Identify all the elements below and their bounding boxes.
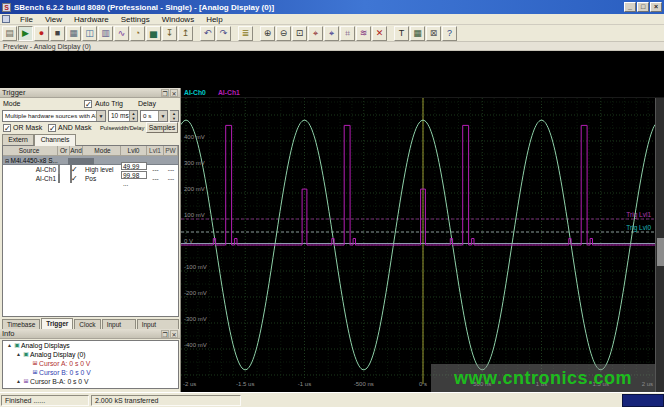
start-preview-icon[interactable]: ▶ <box>18 26 33 41</box>
expand-arrow-icon[interactable]: ▲ <box>6 341 13 350</box>
spinner-icon[interactable]: ▲▼ <box>129 111 137 121</box>
chevron-down-icon[interactable]: ▼ <box>158 111 167 121</box>
hardware-card-icon[interactable]: ▦ <box>66 26 81 41</box>
undo-icon[interactable]: ↶ <box>200 26 215 41</box>
samples-button[interactable]: Samples <box>146 122 178 133</box>
maximize-button[interactable]: □ <box>637 2 649 12</box>
minimize-button[interactable]: _ <box>624 2 636 12</box>
auto-trig-checkbox[interactable] <box>84 100 92 108</box>
grid-layout-icon[interactable]: ▦ <box>410 26 425 41</box>
tab-clock[interactable]: Clock <box>74 319 100 329</box>
tab-input-channels[interactable]: Input Channels <box>137 319 179 329</box>
trigger-panel: Trigger ❐ ✕ Mode Auto Trig Delay Multipl… <box>0 88 181 318</box>
expand-arrow-icon[interactable]: ▲ <box>15 350 22 359</box>
delay-stepper[interactable]: ▲▼ <box>170 110 179 122</box>
new-project-icon[interactable]: ▤ <box>2 26 17 41</box>
chevron-down-icon[interactable]: ▼ <box>96 111 105 121</box>
export-data-icon[interactable]: ↥ <box>178 26 193 41</box>
or-checkbox[interactable] <box>58 165 60 174</box>
stop-icon[interactable]: ■ <box>50 26 65 41</box>
menu-item-help[interactable]: Help <box>200 14 228 25</box>
scrollbar-thumb[interactable] <box>657 238 664 266</box>
trigger-delay-select[interactable]: 0 s ▼ <box>140 110 168 122</box>
delete-icon[interactable]: ✕ <box>372 26 387 41</box>
tree-item[interactable]: ▲▣Analog Displays <box>3 341 178 350</box>
tree-item[interactable]: ▲⊞Cursor B-A: 0 s 0 V <box>3 377 178 386</box>
cursor-a-icon[interactable]: ⌖ <box>308 26 323 41</box>
info-panel-header[interactable]: Info ❐ ✕ <box>0 329 180 339</box>
and-mask-checkbox[interactable] <box>48 124 56 132</box>
tree-item[interactable]: ▲▣Analog Display (0) <box>3 350 178 359</box>
tab-channels[interactable]: Channels <box>34 134 76 146</box>
tab-input-mode[interactable]: Input Mode <box>102 319 136 329</box>
trigger-level-label: Trig Lvl1 <box>626 211 651 219</box>
info-panel: Info ❐ ✕ ▲▣Analog Displays▲▣Analog Displ… <box>0 329 181 392</box>
analog-display[interactable]: Trig Lvl1Trig Lvl0400 mV300 mV200 mV100 … <box>181 98 664 392</box>
zoom-fit-icon[interactable]: ⊡ <box>292 26 307 41</box>
status-bar: Finished ...... 2.000 kS transferred <box>0 392 664 407</box>
tree-item[interactable]: ⊞Cursor B: 0 s 0 V <box>3 368 178 377</box>
lvl0-value[interactable]: 99.98 ... <box>121 171 147 179</box>
trigger-mode-select[interactable]: Multiple hardware sources with AND/OR ▼ <box>2 110 106 122</box>
zoom-out-icon[interactable]: ⊖ <box>276 26 291 41</box>
tab-trigger[interactable]: Trigger <box>41 318 73 329</box>
table-row[interactable]: AI-Ch1 Pos 99.98 ... --- --- <box>3 174 178 183</box>
save-data-icon[interactable]: ≣ <box>238 26 253 41</box>
mdi-child-icon[interactable] <box>2 15 10 23</box>
digital-display-icon[interactable]: ▥ <box>98 26 113 41</box>
close-panel-icon[interactable]: ✕ <box>170 330 178 338</box>
import-data-icon[interactable]: ↧ <box>162 26 177 41</box>
channel-label-bar: AI-Ch0AI-Ch1 <box>181 88 664 98</box>
close-button[interactable]: × <box>650 2 662 12</box>
spinner-icon[interactable]: ▲▼ <box>170 111 178 121</box>
trigger-level-label: Trig Lvl0 <box>626 224 651 232</box>
redo-icon[interactable]: ↷ <box>216 26 231 41</box>
menu-item-file[interactable]: File <box>14 14 39 25</box>
close-display-icon[interactable]: ⊠ <box>426 26 441 41</box>
watermark: www.cntronics.com <box>431 364 655 392</box>
calculation-icon[interactable]: ⌗ <box>340 26 355 41</box>
zoom-in-icon[interactable]: ⊕ <box>260 26 275 41</box>
analog-chart-svg[interactable]: Trig Lvl1Trig Lvl0400 mV300 mV200 mV100 … <box>181 98 655 392</box>
trigger-level-lines: Trig Lvl1Trig Lvl0 <box>181 211 655 232</box>
cursor-b-icon[interactable]: ⌖ <box>324 26 339 41</box>
text-note-icon[interactable]: T <box>394 26 409 41</box>
tree-item[interactable]: x(Hz) = 0 Hz <box>3 386 178 389</box>
tree-item[interactable]: ⊞Cursor A: 0 s 0 V <box>3 359 178 368</box>
channel-label-ai-ch1[interactable]: AI-Ch1 <box>218 89 240 96</box>
menu-item-view[interactable]: View <box>39 14 68 25</box>
and-checkbox[interactable] <box>70 165 72 174</box>
trigger-timeout-input[interactable]: 10 ms ▲▼ <box>108 110 138 122</box>
chart-vertical-scrollbar[interactable] <box>655 98 664 392</box>
meter-display-icon[interactable]: ◔ <box>130 26 145 41</box>
record-icon[interactable]: ● <box>34 26 49 41</box>
close-panel-icon[interactable]: ✕ <box>170 89 178 97</box>
tab-timebase[interactable]: Timebase <box>2 319 40 329</box>
y-axis-tick-label: 0 V <box>184 238 193 244</box>
display-icon: ▣ <box>13 341 21 350</box>
help-icon[interactable]: ? <box>442 26 457 41</box>
menu-bar: FileViewHardwareSettingsWindowsHelp <box>0 14 664 25</box>
channel-label-ai-ch0[interactable]: AI-Ch0 <box>184 89 206 96</box>
tab-extern[interactable]: Extern <box>2 134 34 145</box>
fft-icon[interactable]: ≋ <box>356 26 371 41</box>
or-mask-checkbox[interactable] <box>3 124 11 132</box>
analog-display-icon[interactable]: ◫ <box>82 26 97 41</box>
menu-item-settings[interactable]: Settings <box>115 14 156 25</box>
cursor-b-icon: ⊞ <box>31 368 39 377</box>
title-bar[interactable]: S SBench 6.2.2 build 8080 (Professional … <box>0 0 664 14</box>
or-checkbox[interactable] <box>58 174 60 183</box>
spectrum-display-icon[interactable]: ∿ <box>114 26 129 41</box>
table-row[interactable]: AI-Ch0 High level 49.99 ... --- --- <box>3 165 178 174</box>
menu-item-hardware[interactable]: Hardware <box>68 14 115 25</box>
lvl0-value[interactable]: 49.99 ... <box>121 162 147 170</box>
table-group-row[interactable]: ⊟ M4i.4450-x8 S... <box>3 156 178 165</box>
preview-canvas[interactable] <box>0 51 664 88</box>
trigger-panel-header[interactable]: Trigger ❐ ✕ <box>0 88 180 98</box>
expand-arrow-icon[interactable]: ▲ <box>15 377 22 386</box>
menu-item-windows[interactable]: Windows <box>156 14 200 25</box>
and-checkbox[interactable] <box>70 174 72 183</box>
histogram-display-icon[interactable]: ▅ <box>146 26 161 41</box>
pin-panel-icon[interactable]: ❐ <box>161 330 169 338</box>
float-panel-icon[interactable]: ❐ <box>161 89 169 97</box>
